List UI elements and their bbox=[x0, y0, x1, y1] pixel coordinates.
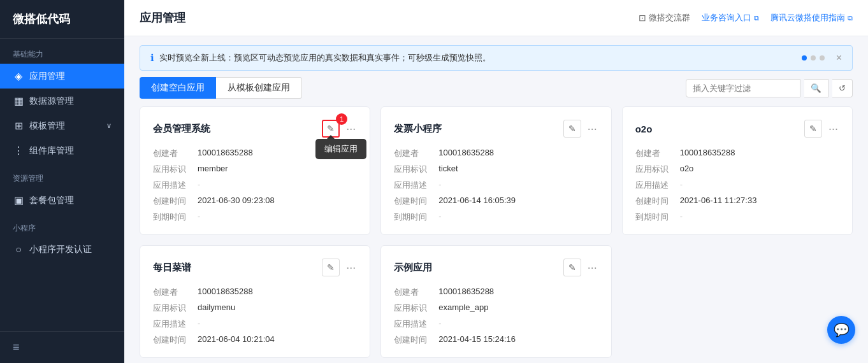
business-consult-link[interactable]: 业务咨询入口 ⧉ bbox=[702, 12, 759, 24]
header-links: ⊡ 微搭交流群 业务咨询入口 ⧉ 腾讯云微搭使用指南 ⧉ bbox=[639, 12, 853, 24]
field-creator: 创建者 100018635288 bbox=[394, 148, 598, 159]
field-value: member bbox=[198, 164, 228, 175]
cards-area: 会员管理系统 ✎ 1 编辑应用 ··· 创建者 100018635288 bbox=[124, 106, 868, 363]
section-label-basic: 基础能力 bbox=[0, 39, 124, 64]
field-label: 应用描述 bbox=[394, 180, 438, 191]
card-fields: 创建者 100018635288 应用标识 example_app 应用描述 -… bbox=[394, 287, 598, 346]
tooltip-popup: 编辑应用 bbox=[315, 139, 366, 159]
field-value: - bbox=[198, 318, 200, 330]
qr-icon: ⊡ bbox=[639, 13, 646, 23]
field-value: ticket bbox=[438, 164, 458, 175]
field-value: - bbox=[438, 318, 441, 330]
template-management-icon: ⊞ bbox=[13, 120, 24, 132]
sidebar-item-miniprogram-dev[interactable]: ○ 小程序开发认证 bbox=[0, 238, 124, 262]
dot-2 bbox=[811, 55, 816, 60]
sidebar-item-data-management[interactable]: ▦ 数据源管理 bbox=[0, 89, 124, 113]
card-member-system: 会员管理系统 ✎ 1 编辑应用 ··· 创建者 100018635288 bbox=[140, 106, 370, 235]
field-value: 2021-06-04 10:21:04 bbox=[198, 334, 275, 346]
field-value: - bbox=[680, 211, 683, 223]
sidebar-item-label: 套餐包管理 bbox=[29, 195, 74, 206]
field-app-id: 应用标识 member bbox=[153, 164, 357, 175]
logo: 微搭低代码 bbox=[0, 0, 124, 39]
chevron-down-icon: ∨ bbox=[106, 122, 112, 130]
field-app-id: 应用标识 example_app bbox=[394, 302, 598, 314]
field-expire-at: 到期时间 - bbox=[394, 211, 598, 223]
card-title: o2o bbox=[635, 124, 653, 134]
business-consult-label: 业务咨询入口 bbox=[702, 12, 751, 24]
external-link-icon-2: ⧉ bbox=[848, 14, 853, 22]
card-o2o: o2o ✎ ··· 创建者 100018635288 应用标识 o2o bbox=[622, 106, 853, 235]
field-label: 应用标识 bbox=[153, 302, 198, 314]
field-label: 应用标识 bbox=[635, 164, 680, 175]
tencent-guide-label: 腾讯云微搭使用指南 bbox=[770, 12, 845, 24]
refresh-button[interactable]: ↺ bbox=[832, 79, 853, 97]
component-management-icon: ⋮ bbox=[13, 145, 24, 157]
info-icon: ℹ bbox=[150, 52, 154, 64]
sidebar-item-component-management[interactable]: ⋮ 组件库管理 bbox=[0, 138, 124, 163]
external-link-icon: ⧉ bbox=[754, 14, 759, 22]
field-label: 应用标识 bbox=[153, 164, 198, 175]
banner-content: ℹ 实时预览全新上线：预览区可动态预览应用的真实数据和真实事件；可秒级生成预览快… bbox=[150, 52, 491, 64]
cards-row-2: 每日菜谱 ✎ ··· 创建者 100018635288 应用标识 dailyme… bbox=[140, 245, 853, 358]
field-label: 应用描述 bbox=[394, 318, 438, 330]
search-icon: 🔍 bbox=[811, 83, 821, 93]
field-value: 100018635288 bbox=[438, 287, 494, 298]
sidebar-item-template-management[interactable]: ⊞ 模板管理 ∨ bbox=[0, 113, 124, 138]
field-value: dailymenu bbox=[198, 302, 235, 314]
card-edit-button-daily[interactable]: ✎ bbox=[322, 259, 340, 276]
field-description: 应用描述 - bbox=[394, 318, 598, 330]
banner-close-button[interactable]: × bbox=[836, 52, 842, 64]
sidebar-item-label: 小程序开发认证 bbox=[29, 244, 92, 255]
field-creator: 创建者 100018635288 bbox=[635, 148, 839, 159]
field-description: 应用描述 - bbox=[153, 318, 357, 330]
field-label: 创建者 bbox=[153, 287, 198, 298]
field-created-at: 创建时间 2021-06-11 11:27:33 bbox=[635, 196, 839, 207]
weda-community-link[interactable]: ⊡ 微搭交流群 bbox=[639, 12, 690, 24]
search-button[interactable]: 🔍 bbox=[804, 79, 828, 97]
card-more-button-o2o[interactable]: ··· bbox=[827, 122, 839, 136]
dot-1 bbox=[802, 55, 807, 60]
card-header: 每日菜谱 ✎ ··· bbox=[153, 259, 357, 276]
chat-button[interactable]: 💬 bbox=[827, 316, 855, 344]
field-expire-at: 到期时间 - bbox=[153, 211, 357, 223]
field-value: example_app bbox=[438, 302, 488, 314]
miniprogram-dev-icon: ○ bbox=[13, 244, 24, 255]
search-input[interactable] bbox=[686, 79, 800, 97]
banner-text: 实时预览全新上线：预览区可动态预览应用的真实数据和真实事件；可秒级生成预览快照。 bbox=[159, 52, 491, 64]
field-value: 2021-06-11 11:27:33 bbox=[680, 196, 757, 207]
field-value: - bbox=[198, 180, 200, 191]
field-expire-at: 到期时间 - bbox=[635, 211, 839, 223]
card-edit-button-example[interactable]: ✎ bbox=[563, 259, 581, 276]
card-example-app: 示例应用 ✎ ··· 创建者 100018635288 应用标识 example… bbox=[380, 245, 611, 358]
sidebar-item-label: 数据源管理 bbox=[29, 96, 74, 107]
card-fields: 创建者 100018635288 应用标识 dailymenu 应用描述 - 创… bbox=[153, 287, 357, 346]
card-title: 发票小程序 bbox=[394, 123, 442, 135]
toolbar-right: 🔍 ↺ bbox=[686, 79, 853, 97]
section-label-resource: 资源管理 bbox=[0, 163, 124, 188]
field-label: 创建时间 bbox=[153, 196, 198, 207]
field-value: - bbox=[438, 211, 441, 223]
cards-row-1: 会员管理系统 ✎ 1 编辑应用 ··· 创建者 100018635288 bbox=[140, 106, 853, 235]
card-edit-button-invoice[interactable]: ✎ bbox=[563, 120, 581, 138]
card-more-button-example[interactable]: ··· bbox=[586, 261, 598, 274]
field-value: 100018635288 bbox=[198, 287, 253, 298]
card-more-button-member[interactable]: ··· bbox=[345, 122, 357, 136]
field-value: o2o bbox=[680, 164, 694, 175]
card-more-button-invoice[interactable]: ··· bbox=[586, 122, 598, 136]
card-header: 会员管理系统 ✎ 1 编辑应用 ··· bbox=[153, 120, 357, 138]
card-edit-button-o2o[interactable]: ✎ bbox=[804, 120, 822, 138]
sidebar-item-label: 模板管理 bbox=[29, 120, 65, 132]
sidebar-item-app-management[interactable]: ◈ 应用管理 bbox=[0, 64, 124, 89]
field-value: 100018635288 bbox=[680, 148, 735, 159]
card-more-button-daily[interactable]: ··· bbox=[345, 261, 357, 274]
field-app-id: 应用标识 dailymenu bbox=[153, 302, 357, 314]
sidebar-item-package-management[interactable]: ▣ 套餐包管理 bbox=[0, 188, 124, 213]
field-created-at: 创建时间 2021-06-04 10:21:04 bbox=[153, 334, 357, 346]
field-created-at: 创建时间 2021-06-30 09:23:08 bbox=[153, 196, 357, 207]
field-created-at: 创建时间 2021-04-15 15:24:16 bbox=[394, 334, 598, 346]
tencent-guide-link[interactable]: 腾讯云微搭使用指南 ⧉ bbox=[770, 12, 853, 24]
field-label: 应用描述 bbox=[635, 180, 680, 191]
create-from-template-button[interactable]: 从模板创建应用 bbox=[216, 77, 302, 99]
field-label: 应用描述 bbox=[153, 318, 198, 330]
create-blank-app-button[interactable]: 创建空白应用 bbox=[140, 77, 216, 99]
